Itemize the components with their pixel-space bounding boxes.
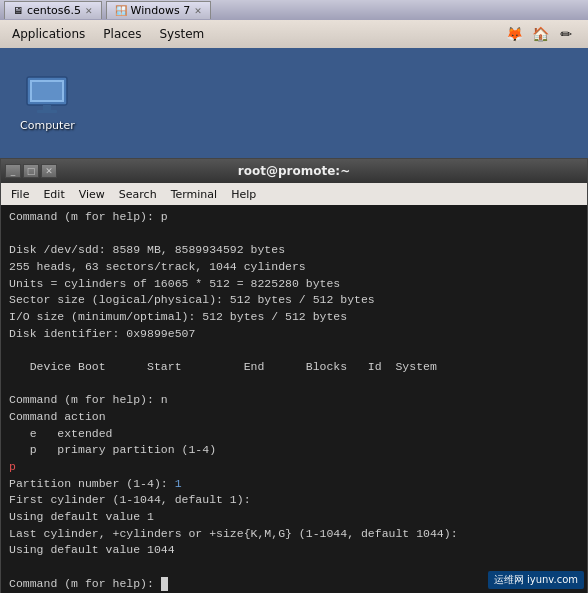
terminal-line-19: Using default value 1 <box>9 509 579 526</box>
terminal-menu-file[interactable]: File <box>5 186 35 203</box>
tab-centos[interactable]: 🖥 centos6.5 ✕ <box>4 1 102 19</box>
terminal-line-blank2 <box>9 342 579 359</box>
terminal-line-10: Device Boot Start End Blocks Id System <box>9 359 579 376</box>
gnome-menu-bar: Applications Places System 🦊 🏠 ✏️ <box>0 20 588 48</box>
computer-icon-img <box>23 75 71 115</box>
svg-rect-4 <box>37 110 57 113</box>
terminal-menu-view[interactable]: View <box>73 186 111 203</box>
terminal-line-1: Command (m for help): p <box>9 209 579 226</box>
terminal-line-6: Sector size (logical/physical): 512 byte… <box>9 292 579 309</box>
watermark: 运维网 iyunv.com <box>488 571 584 589</box>
terminal-line-13: Command action <box>9 409 579 426</box>
terminal-line-12: Command (m for help): n <box>9 392 579 409</box>
terminal-window: _ □ ✕ root@promote:~ File Edit View Sear… <box>0 158 588 593</box>
terminal-content: Command (m for help): p Disk /dev/sdd: 8… <box>1 205 587 593</box>
tab-centos-label: centos6.5 <box>27 4 81 17</box>
terminal-p-highlight: p <box>9 460 16 473</box>
home-icon[interactable]: 🏠 <box>530 24 550 44</box>
tab-centos-close[interactable]: ✕ <box>85 6 93 16</box>
computer-icon-label: Computer <box>20 119 75 132</box>
tab-windows-icon: 🪟 <box>115 5 127 16</box>
menu-places[interactable]: Places <box>95 24 149 44</box>
terminal-line-15: p primary partition (1-4) <box>9 442 579 459</box>
terminal-line-8: Disk identifier: 0x9899e507 <box>9 326 579 343</box>
tab-bar: 🖥 centos6.5 ✕ 🪟 Windows 7 ✕ <box>0 0 588 20</box>
terminal-close-btn[interactable]: ✕ <box>41 164 57 178</box>
edit-icon[interactable]: ✏️ <box>556 24 576 44</box>
applet-area: 🦊 🏠 ✏️ <box>504 24 584 44</box>
terminal-line-14: e extended <box>9 426 579 443</box>
computer-desktop-icon[interactable]: Computer <box>20 75 75 132</box>
firefox-icon[interactable]: 🦊 <box>504 24 524 44</box>
menu-applications[interactable]: Applications <box>4 24 93 44</box>
terminal-menu-terminal[interactable]: Terminal <box>165 186 224 203</box>
terminal-line-5: Units = cylinders of 16065 * 512 = 82252… <box>9 276 579 293</box>
terminal-menu-help[interactable]: Help <box>225 186 262 203</box>
terminal-line-7: I/O size (minimum/optimal): 512 bytes / … <box>9 309 579 326</box>
terminal-line-3: Disk /dev/sdd: 8589 MB, 8589934592 bytes <box>9 242 579 259</box>
tab-windows-close[interactable]: ✕ <box>194 6 202 16</box>
computer-svg <box>23 75 71 115</box>
terminal-maximize-btn[interactable]: □ <box>23 164 39 178</box>
terminal-line-17: Partition number (1-4): 1 <box>9 476 579 493</box>
terminal-minimize-btn[interactable]: _ <box>5 164 21 178</box>
tab-windows[interactable]: 🪟 Windows 7 ✕ <box>106 1 211 19</box>
main-container: 🖥 centos6.5 ✕ 🪟 Windows 7 ✕ Applications… <box>0 0 588 593</box>
terminal-titlebar: _ □ ✕ root@promote:~ <box>1 159 587 183</box>
terminal-line-blank1 <box>9 226 579 243</box>
terminal-number-highlight: 1 <box>175 477 182 490</box>
menu-system[interactable]: System <box>151 24 212 44</box>
terminal-line-18: First cylinder (1-1044, default 1): <box>9 492 579 509</box>
terminal-window-controls: _ □ ✕ <box>5 164 57 178</box>
terminal-line-4: 255 heads, 63 sectors/track, 1044 cylind… <box>9 259 579 276</box>
terminal-menu-bar: File Edit View Search Terminal Help <box>1 183 587 205</box>
watermark-text: 运维网 iyunv.com <box>494 574 578 585</box>
terminal-cursor <box>161 577 168 591</box>
tab-centos-icon: 🖥 <box>13 5 23 16</box>
terminal-menu-search[interactable]: Search <box>113 186 163 203</box>
terminal-line-20: Last cylinder, +cylinders or +size{K,M,G… <box>9 526 579 543</box>
terminal-line-16: p <box>9 459 579 476</box>
terminal-title: root@promote:~ <box>238 164 350 178</box>
terminal-line-21: Using default value 1044 <box>9 542 579 559</box>
terminal-menu-edit[interactable]: Edit <box>37 186 70 203</box>
svg-rect-2 <box>32 82 62 100</box>
tab-windows-label: Windows 7 <box>131 4 191 17</box>
desktop: Computer <box>0 48 588 158</box>
terminal-line-blank3 <box>9 376 579 393</box>
